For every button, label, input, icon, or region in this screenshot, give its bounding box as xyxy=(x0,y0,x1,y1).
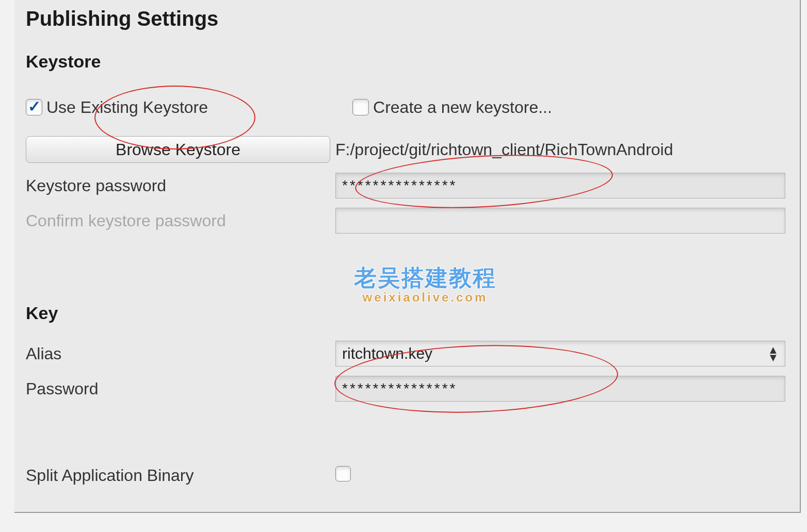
keystore-password-label: Keystore password xyxy=(26,176,166,195)
use-existing-keystore-label: Use Existing Keystore xyxy=(46,98,208,117)
confirm-keystore-password-input[interactable] xyxy=(335,208,785,234)
create-new-keystore-label: Create a new keystore... xyxy=(373,98,552,117)
create-new-keystore-checkbox[interactable] xyxy=(352,99,369,115)
browse-keystore-button[interactable]: Browse Keystore xyxy=(26,136,330,163)
use-existing-keystore-checkbox[interactable] xyxy=(26,99,42,115)
watermark: 老吴搭建教程 weixiaolive.com xyxy=(354,263,496,305)
key-password-label: Password xyxy=(26,379,99,398)
publishing-settings-panel: Publishing Settings Keystore Use Existin… xyxy=(14,0,801,513)
chevron-updown-icon: ▲▼ xyxy=(767,346,779,362)
keystore-path: F:/project/git/richtown_client/RichTownA… xyxy=(335,140,795,159)
confirm-keystore-password-label: Confirm keystore password xyxy=(26,211,226,230)
alias-dropdown[interactable]: ritchtown.key ▲▼ xyxy=(335,341,785,367)
alias-label: Alias xyxy=(26,344,61,363)
watermark-line2: weixiaolive.com xyxy=(354,290,496,305)
key-password-input[interactable] xyxy=(335,376,785,402)
watermark-line1: 老吴搭建教程 xyxy=(354,263,496,293)
panel-title: Publishing Settings xyxy=(26,7,218,30)
alias-value: ritchtown.key xyxy=(342,345,432,362)
section-heading-keystore: Keystore xyxy=(26,52,101,72)
split-binary-checkbox[interactable] xyxy=(335,466,351,481)
split-binary-label: Split Application Binary xyxy=(26,466,194,485)
keystore-password-input[interactable] xyxy=(335,173,785,198)
section-heading-key: Key xyxy=(26,303,58,323)
